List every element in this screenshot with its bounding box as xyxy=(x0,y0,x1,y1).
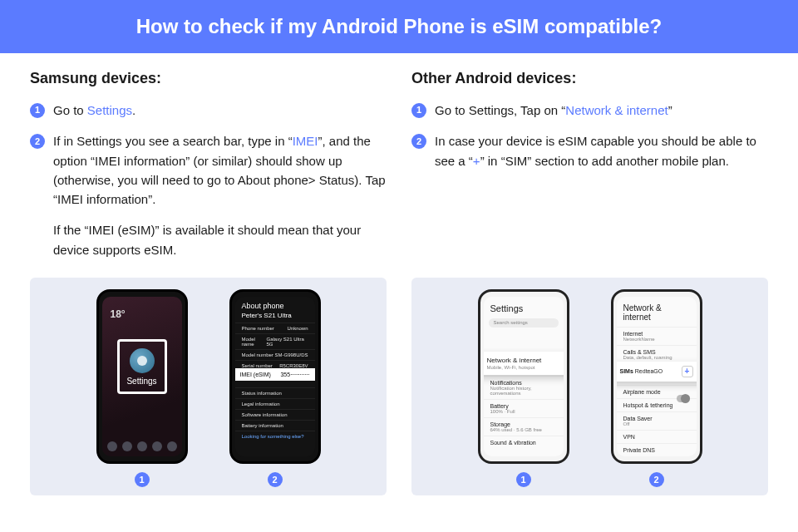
network-internet-sub: Mobile, Wi-Fi, hotspot xyxy=(487,365,535,370)
text: ” in “SIM” section to add another mobile… xyxy=(480,154,729,168)
samsung-home-screenshot: 18° Settings xyxy=(96,289,188,464)
screenshot-badge: 2 xyxy=(268,472,283,487)
settings-title: Settings xyxy=(484,297,564,317)
airplane-toggle-icon xyxy=(677,395,690,402)
about-phone-title: About phone xyxy=(235,297,315,312)
text: If in Settings you see a search bar, typ… xyxy=(53,134,293,148)
app-dock xyxy=(102,441,182,451)
settings-label: Settings xyxy=(126,377,156,386)
screenshot-col: Network & internet InternetNetworkName C… xyxy=(611,289,702,487)
device-name: Peter's S21 Ultra xyxy=(235,312,315,323)
weather-temp: 18° xyxy=(111,308,126,320)
screenshot-col: Settings Search settings AppsAssistant, … xyxy=(478,289,569,487)
android-network-screenshot: Network & internet InternetNetworkName C… xyxy=(611,289,702,464)
step-number-icon: 1 xyxy=(30,103,45,118)
screenshots-row: 18° Settings 1 About phone Peter's S21 U… xyxy=(0,278,798,495)
other-heading: Other Android devices: xyxy=(411,70,768,87)
other-step-2: 2 In case your device is eSIM capable yo… xyxy=(411,131,768,170)
other-screenshots: Settings Search settings AppsAssistant, … xyxy=(411,278,768,495)
samsung-step-2: 2 If in Settings you see a search bar, t… xyxy=(30,131,387,209)
screenshot-badge: 1 xyxy=(135,472,150,487)
text: Go to xyxy=(53,103,87,117)
step-text: Go to Settings, Tap on “Network & intern… xyxy=(435,101,768,120)
other-step-1: 1 Go to Settings, Tap on “Network & inte… xyxy=(411,101,768,120)
imei-esim-highlight: IMEI (eSIM) 355············ xyxy=(235,368,315,381)
android-settings-screenshot: Settings Search settings AppsAssistant, … xyxy=(478,289,569,464)
sims-sub: RedteaGO xyxy=(635,368,663,374)
sims-highlight: SIMs RedteaGO + xyxy=(617,362,697,382)
samsung-heading: Samsung devices: xyxy=(30,70,387,87)
sims-title: SIMs xyxy=(620,368,633,374)
step-number-icon: 2 xyxy=(411,134,426,149)
imei-esim-label: IMEI (eSIM) xyxy=(240,372,271,377)
page-title: How to check if my Android Phone is eSIM… xyxy=(0,0,798,53)
samsung-screenshots: 18° Settings 1 About phone Peter's S21 U… xyxy=(30,278,387,495)
gear-icon xyxy=(130,348,155,373)
plus-link[interactable]: + xyxy=(473,154,480,168)
screenshot-badge: 1 xyxy=(516,472,531,487)
screenshot-col: 18° Settings 1 xyxy=(96,289,188,487)
instructions-columns: Samsung devices: 1 Go to Settings. 2 If … xyxy=(0,53,798,271)
network-internet-highlight: Network & internet Mobile, Wi-Fi, hotspo… xyxy=(484,352,564,375)
settings-highlight: Settings xyxy=(117,339,167,394)
samsung-about-screenshot: About phone Peter's S21 Ultra Phone numb… xyxy=(229,289,321,464)
text: ” xyxy=(668,103,672,117)
search-settings: Search settings xyxy=(489,318,559,328)
add-sim-plus-icon: + xyxy=(682,366,693,377)
step-number-icon: 1 xyxy=(411,103,426,118)
step-text: In case your device is eSIM capable you … xyxy=(435,131,768,170)
samsung-step-1: 1 Go to Settings. xyxy=(30,101,387,120)
text: Go to Settings, Tap on “ xyxy=(435,103,565,117)
samsung-note: If the “IMEI (eSIM)” is available it sho… xyxy=(53,220,387,259)
step-text: Go to Settings. xyxy=(53,101,387,120)
imei-link[interactable]: IMEI xyxy=(293,134,318,148)
step-text: If in Settings you see a search bar, typ… xyxy=(53,131,387,209)
other-column: Other Android devices: 1 Go to Settings,… xyxy=(411,70,768,271)
settings-link[interactable]: Settings xyxy=(87,103,132,117)
network-internet-link[interactable]: Network & internet xyxy=(565,103,667,117)
network-title: Network & internet xyxy=(617,297,697,327)
screenshot-col: About phone Peter's S21 Ultra Phone numb… xyxy=(229,289,321,487)
network-internet-title: Network & internet xyxy=(487,357,560,364)
step-number-icon: 2 xyxy=(30,134,45,149)
screenshot-badge: 2 xyxy=(649,472,664,487)
samsung-column: Samsung devices: 1 Go to Settings. 2 If … xyxy=(30,70,387,271)
imei-esim-value: 355············ xyxy=(280,372,309,377)
text: . xyxy=(132,103,135,117)
